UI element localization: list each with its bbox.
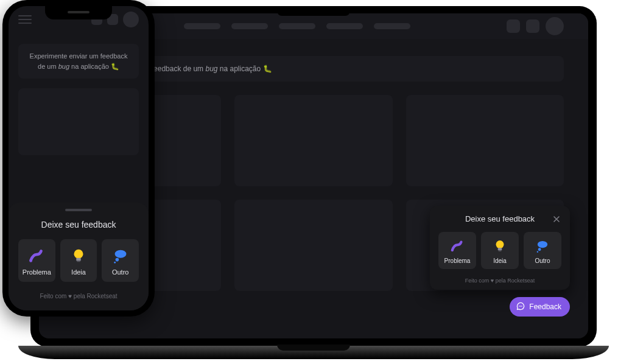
hint-banner: Experimente enviar um feedback de um bug… bbox=[18, 44, 139, 79]
sheet-title: Deixe seu feedback bbox=[18, 220, 139, 229]
avatar[interactable] bbox=[123, 12, 139, 27]
laptop-hinge-notch bbox=[277, 345, 350, 351]
hamburger-icon[interactable] bbox=[18, 15, 32, 24]
feedback-option-outro[interactable]: Outro bbox=[102, 239, 139, 282]
thought-icon bbox=[111, 247, 130, 265]
sheet-drag-handle[interactable] bbox=[65, 209, 92, 211]
placeholder-card bbox=[234, 200, 392, 291]
option-label: Problema bbox=[23, 268, 51, 276]
lightbulb-icon bbox=[492, 238, 508, 254]
close-icon[interactable] bbox=[552, 214, 561, 224]
phone-device: Experimente enviar um feedback de um bug… bbox=[2, 0, 155, 317]
avatar[interactable] bbox=[546, 17, 564, 35]
phone-screen: Experimente enviar um feedback de um bug… bbox=[9, 6, 149, 310]
popover-header: Deixe seu feedback bbox=[438, 214, 561, 223]
nav-placeholder-5[interactable] bbox=[374, 23, 410, 29]
feedback-popover: Deixe seu feedback Problema bbox=[430, 206, 570, 290]
feedback-option-problema[interactable]: Problema bbox=[438, 232, 476, 269]
svg-point-6 bbox=[537, 251, 538, 253]
phone-speaker bbox=[68, 11, 90, 13]
feedback-bottom-sheet: Deixe seu feedback Problema Ideia bbox=[9, 203, 149, 310]
placeholder-card bbox=[234, 95, 392, 186]
laptop-notch bbox=[277, 6, 350, 16]
option-label: Ideia bbox=[493, 257, 507, 264]
chat-icon bbox=[516, 301, 525, 313]
nav-placeholder-1[interactable] bbox=[184, 23, 220, 29]
popover-title: Deixe seu feedback bbox=[465, 214, 535, 223]
feedback-option-outro[interactable]: Outro bbox=[524, 232, 561, 269]
svg-rect-2 bbox=[498, 248, 502, 250]
svg-point-0 bbox=[451, 249, 454, 251]
top-nav bbox=[184, 23, 410, 29]
option-label: Outro bbox=[112, 268, 129, 276]
option-label: Ideia bbox=[71, 268, 86, 276]
phone-content: Experimente enviar um feedback de um bug… bbox=[9, 33, 149, 155]
placeholder-card bbox=[18, 88, 139, 155]
svg-point-9 bbox=[521, 306, 522, 307]
svg-point-8 bbox=[520, 306, 521, 307]
topbar-right bbox=[507, 17, 564, 35]
bug-icon bbox=[27, 247, 46, 265]
nav-placeholder-3[interactable] bbox=[279, 23, 315, 29]
svg-point-14 bbox=[114, 250, 126, 258]
svg-point-16 bbox=[114, 262, 116, 264]
svg-point-11 bbox=[74, 250, 83, 259]
nav-placeholder-2[interactable] bbox=[231, 23, 268, 29]
svg-rect-13 bbox=[77, 261, 80, 262]
bug-icon bbox=[449, 238, 465, 254]
svg-point-4 bbox=[538, 241, 547, 248]
lightbulb-icon bbox=[69, 247, 88, 265]
option-label: Outro bbox=[535, 257, 550, 264]
svg-rect-12 bbox=[76, 258, 81, 261]
topbar-action-1[interactable] bbox=[507, 19, 520, 33]
svg-point-5 bbox=[538, 248, 541, 251]
svg-rect-3 bbox=[499, 250, 502, 251]
popover-footer: Feito com ♥ pela Rocketseat bbox=[438, 278, 561, 284]
svg-point-1 bbox=[496, 240, 504, 248]
feedback-fab-button[interactable]: Feedback bbox=[510, 297, 570, 317]
feedback-option-ideia[interactable]: Ideia bbox=[60, 239, 97, 282]
svg-point-10 bbox=[30, 259, 33, 262]
thought-icon bbox=[535, 238, 550, 254]
option-label: Problema bbox=[444, 257, 471, 264]
feedback-option-problema[interactable]: Problema bbox=[18, 239, 55, 282]
sheet-footer: Feito com ♥ pela Rocketseat bbox=[18, 293, 139, 299]
fab-label: Feedback bbox=[529, 303, 561, 311]
svg-point-7 bbox=[519, 306, 520, 307]
popover-options: Problema Ideia Outro bbox=[438, 232, 561, 269]
topbar-action-2[interactable] bbox=[526, 19, 539, 33]
feedback-option-ideia[interactable]: Ideia bbox=[481, 232, 519, 269]
nav-placeholder-4[interactable] bbox=[326, 23, 363, 29]
sheet-options: Problema Ideia Outro bbox=[18, 239, 139, 282]
placeholder-card bbox=[406, 95, 564, 186]
svg-point-15 bbox=[115, 258, 119, 262]
